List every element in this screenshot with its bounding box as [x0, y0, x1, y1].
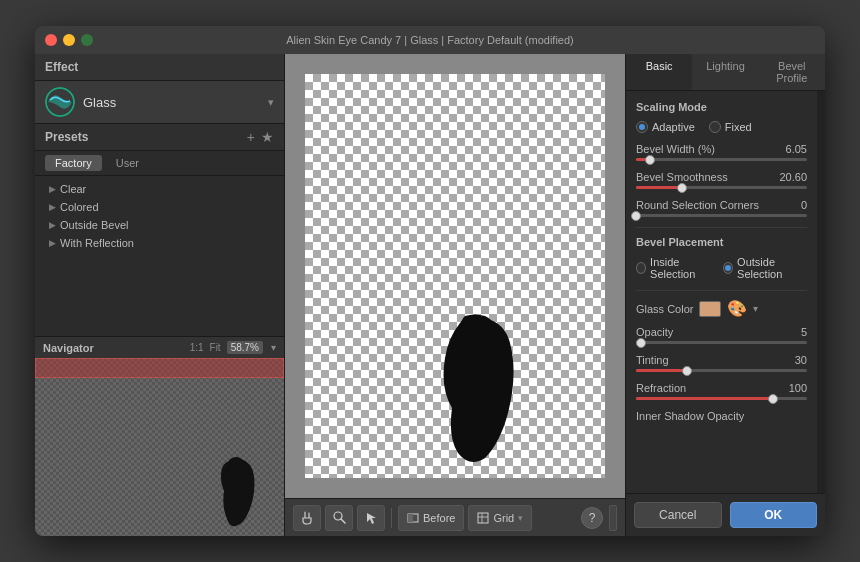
nav-figure: [214, 456, 259, 528]
tab-basic[interactable]: Basic: [626, 54, 692, 90]
placement-radios: Inside Selection Outside Selection: [636, 256, 807, 280]
tinting-row: Tinting 30: [636, 354, 807, 372]
tinting-label-row: Tinting 30: [636, 354, 807, 366]
tab-bevel-profile[interactable]: Bevel Profile: [759, 54, 825, 90]
effect-label: Effect: [45, 60, 78, 74]
inner-shadow-label-row: Inner Shadow Opacity: [636, 410, 807, 422]
glass-color-swatch[interactable]: [699, 301, 721, 317]
list-item[interactable]: ▶ Clear: [35, 180, 284, 198]
ok-button[interactable]: OK: [730, 502, 818, 528]
minimize-button[interactable]: [63, 34, 75, 46]
tab-lighting[interactable]: Lighting: [692, 54, 758, 90]
bevel-width-thumb[interactable]: [645, 155, 655, 165]
list-item[interactable]: ▶ Colored: [35, 198, 284, 216]
outside-selection-radio[interactable]: Outside Selection: [723, 256, 807, 280]
before-view-button[interactable]: Before: [398, 505, 464, 531]
tinting-thumb[interactable]: [682, 366, 692, 376]
color-wheel-button[interactable]: 🎨: [727, 299, 747, 318]
grid-label: Grid: [493, 512, 514, 524]
round-corners-thumb[interactable]: [631, 211, 641, 221]
help-button[interactable]: ?: [581, 507, 603, 529]
adaptive-label: Adaptive: [652, 121, 695, 133]
zoom-fit-button[interactable]: Fit: [210, 342, 221, 353]
divider-1: [636, 227, 807, 228]
right-scrollbar[interactable]: [817, 91, 825, 493]
fixed-radio[interactable]: Fixed: [709, 121, 752, 133]
effect-dropdown-arrow[interactable]: ▾: [268, 96, 274, 109]
svg-rect-5: [408, 514, 413, 522]
color-dropdown-arrow[interactable]: ▾: [753, 303, 758, 314]
inner-shadow-row: Inner Shadow Opacity: [636, 410, 807, 422]
grid-icon: [477, 512, 489, 524]
item-arrow: ▶: [49, 202, 56, 212]
bevel-width-row: Bevel Width (%) 6.05: [636, 143, 807, 161]
bevel-smoothness-thumb[interactable]: [677, 183, 687, 193]
list-item[interactable]: ▶ Outside Bevel: [35, 216, 284, 234]
bevel-smoothness-value: 20.60: [779, 171, 807, 183]
opacity-row: Opacity 5: [636, 326, 807, 344]
bevel-width-label: Bevel Width (%): [636, 143, 715, 155]
list-item[interactable]: ▶ With Reflection: [35, 234, 284, 252]
navigator-preview: [35, 358, 284, 536]
inside-radio-circle: [636, 262, 646, 274]
star-preset-button[interactable]: ★: [261, 130, 274, 144]
panel-toggle-button[interactable]: [609, 505, 617, 531]
item-arrow: ▶: [49, 238, 56, 248]
round-corners-value: 0: [801, 199, 807, 211]
main-window: Alien Skin Eye Candy 7 | Glass | Factory…: [35, 26, 825, 536]
refraction-slider[interactable]: [636, 397, 807, 400]
inside-selection-label: Inside Selection: [650, 256, 713, 280]
zoom-icon: [333, 511, 346, 524]
zoom-dropdown-arrow[interactable]: ▾: [271, 342, 276, 353]
round-corners-label-row: Round Selection Corners 0: [636, 199, 807, 211]
hand-icon: [300, 511, 314, 525]
maximize-button[interactable]: [81, 34, 93, 46]
grid-dropdown-arrow[interactable]: ▾: [518, 513, 523, 523]
hand-tool-button[interactable]: [293, 505, 321, 531]
adaptive-radio[interactable]: Adaptive: [636, 121, 695, 133]
factory-tab[interactable]: Factory: [45, 155, 102, 171]
bevel-smoothness-slider[interactable]: [636, 186, 807, 189]
divider-2: [636, 290, 807, 291]
navigator-section: Navigator 1:1 Fit 58.7% ▾: [35, 336, 284, 536]
bevel-smoothness-fill: [636, 186, 682, 189]
select-tool-button[interactable]: [357, 505, 385, 531]
round-corners-row: Round Selection Corners 0: [636, 199, 807, 217]
add-preset-button[interactable]: +: [247, 130, 255, 144]
canvas-figure: [430, 313, 525, 468]
bevel-placement-title: Bevel Placement: [636, 236, 807, 248]
title-bar: Alien Skin Eye Candy 7 | Glass | Factory…: [35, 26, 825, 54]
zoom-tool-button[interactable]: [325, 505, 353, 531]
bevel-smoothness-row: Bevel Smoothness 20.60: [636, 171, 807, 189]
cancel-button[interactable]: Cancel: [634, 502, 722, 528]
round-corners-label: Round Selection Corners: [636, 199, 759, 211]
bevel-smoothness-label-row: Bevel Smoothness 20.60: [636, 171, 807, 183]
tinting-label: Tinting: [636, 354, 669, 366]
opacity-slider[interactable]: [636, 341, 807, 344]
inside-selection-radio[interactable]: Inside Selection: [636, 256, 713, 280]
opacity-thumb[interactable]: [636, 338, 646, 348]
bevel-width-slider[interactable]: [636, 158, 807, 161]
fixed-radio-circle: [709, 121, 721, 133]
navigator-header: Navigator 1:1 Fit 58.7% ▾: [35, 337, 284, 358]
right-footer: Cancel OK: [626, 493, 825, 536]
zoom-1to1-button[interactable]: 1:1: [190, 342, 204, 353]
refraction-thumb[interactable]: [768, 394, 778, 404]
traffic-lights: [45, 34, 93, 46]
fixed-label: Fixed: [725, 121, 752, 133]
round-corners-slider[interactable]: [636, 214, 807, 217]
right-panel: Basic Lighting Bevel Profile Scaling Mod…: [625, 54, 825, 536]
nav-viewport-indicator[interactable]: [35, 358, 284, 378]
presets-actions: + ★: [247, 130, 274, 144]
effect-selector[interactable]: Glass ▾: [35, 81, 284, 124]
close-button[interactable]: [45, 34, 57, 46]
tinting-slider[interactable]: [636, 369, 807, 372]
toolbar-bottom: Before Grid ▾ ?: [285, 498, 625, 536]
preset-tabs: Factory User: [35, 151, 284, 176]
before-label: Before: [423, 512, 455, 524]
preset-item-label: Outside Bevel: [60, 219, 128, 231]
presets-label: Presets: [45, 130, 247, 144]
zoom-percent[interactable]: 58.7%: [227, 341, 263, 354]
grid-toggle-button[interactable]: Grid ▾: [468, 505, 532, 531]
user-tab[interactable]: User: [106, 155, 149, 171]
